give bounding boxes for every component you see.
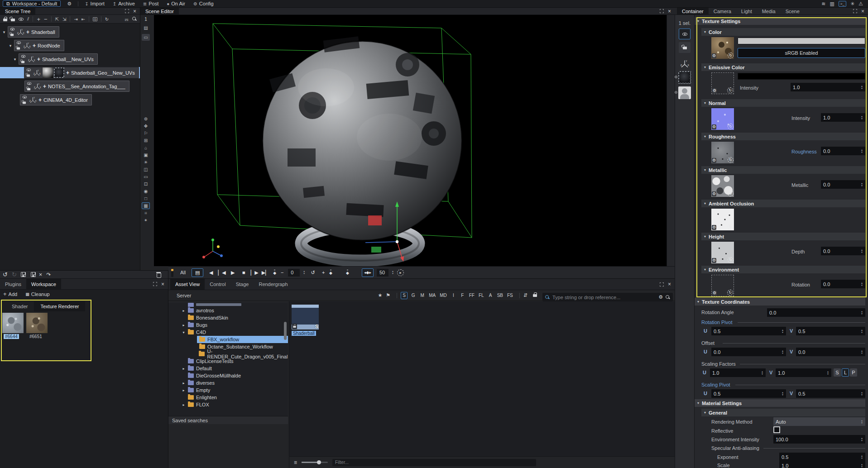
- section-normal[interactable]: ▾Normal: [701, 99, 865, 107]
- gear-icon[interactable]: ⚙: [712, 225, 716, 230]
- exponent-input[interactable]: 0.5: [779, 453, 865, 461]
- reload-icon[interactable]: ↻: [728, 157, 734, 163]
- move-out-icon[interactable]: ⇤: [82, 17, 85, 22]
- folder-arrow-icon[interactable]: ▸: [182, 403, 186, 407]
- asset-search-input[interactable]: [552, 295, 656, 300]
- reload-icon[interactable]: ↻: [728, 257, 734, 263]
- metallic-input[interactable]: 0.0: [821, 180, 865, 189]
- node-visibility-icon[interactable]: [27, 69, 31, 72]
- env-rotation-input[interactable]: 0.0: [821, 280, 865, 288]
- section-color[interactable]: ▾Color: [701, 28, 865, 36]
- tab-scene-tree[interactable]: Scene Tree: [0, 8, 35, 14]
- scale-mode-s-button[interactable]: S: [834, 368, 841, 377]
- folder-arrow-icon[interactable]: ▸: [182, 323, 186, 327]
- tree-node-notes[interactable]: ▾ Y Z X: [0, 81, 140, 92]
- saved-searches-header[interactable]: Saved searches: [168, 416, 288, 424]
- folder-row-clipped[interactable]: [168, 303, 288, 307]
- unlock-icon[interactable]: [11, 19, 15, 21]
- filter-type-button[interactable]: F: [459, 292, 466, 299]
- frame-tool-icon[interactable]: ⊡: [142, 181, 150, 187]
- texture-thumb-6644[interactable]: [2, 313, 24, 333]
- loop-range-icon[interactable]: ▸: [397, 269, 404, 276]
- menu-on-air[interactable]: ● On Air: [167, 1, 185, 6]
- rotation-pivot-u-input[interactable]: 0.5: [711, 327, 786, 335]
- box-tool-icon[interactable]: ◫: [142, 166, 150, 173]
- keyframe-icon[interactable]: ◆: [346, 270, 349, 275]
- folder-arrow-icon[interactable]: ▸: [182, 309, 186, 313]
- redo-icon[interactable]: ↻: [12, 271, 17, 278]
- tab-scene-editor[interactable]: Scene Editor: [140, 8, 179, 14]
- tab-workspace[interactable]: Workspace: [26, 279, 61, 289]
- rotation-pivot-v-input[interactable]: 0.5: [796, 327, 865, 335]
- close-panel-icon[interactable]: ×: [133, 8, 136, 14]
- speed-spinner[interactable]: [392, 270, 394, 275]
- filter-type-button[interactable]: FL: [478, 292, 485, 299]
- reflective-checkbox[interactable]: [773, 426, 780, 433]
- node-visibility-icon[interactable]: [17, 42, 21, 44]
- offset-u-input[interactable]: 0.0: [711, 348, 786, 356]
- grid-add-tool-icon[interactable]: ⊞: [142, 137, 150, 144]
- thumbnail-size-slider[interactable]: [302, 462, 328, 463]
- reload-icon[interactable]: ↻: [728, 191, 734, 196]
- scale-mode-p-button[interactable]: P: [850, 368, 857, 377]
- folder-arrow-icon[interactable]: ▸: [182, 367, 186, 371]
- frame-increment-button[interactable]: +: [321, 268, 326, 277]
- menu-archive[interactable]: ↥ Archive: [113, 1, 135, 6]
- filter-type-button[interactable]: G: [410, 292, 417, 299]
- menu-config[interactable]: ⚙ Config: [193, 1, 214, 6]
- folder-row[interactable]: Enlighten: [168, 394, 288, 401]
- section-material-settings[interactable]: ▾Material Settings: [695, 399, 865, 407]
- add-node-icon[interactable]: +: [37, 16, 40, 23]
- tab-scene[interactable]: Scene: [781, 8, 805, 14]
- license-lock-icon[interactable]: [533, 294, 537, 297]
- node-expand-plus-icon[interactable]: +: [26, 29, 29, 35]
- asset-filter-input[interactable]: [335, 460, 533, 465]
- workspace-button[interactable]: ⧉ Workspace - Default: [3, 0, 61, 7]
- srgb-enabled-button[interactable]: sRGB Enabled: [738, 48, 865, 58]
- gear-icon[interactable]: ⚙: [712, 88, 717, 93]
- play-reverse-button[interactable]: ◀: [206, 268, 216, 277]
- viewport-side-gutter[interactable]: [667, 15, 675, 266]
- close-panel-icon[interactable]: ×: [861, 8, 864, 14]
- scaling-pivot-v-input[interactable]: 0.5: [796, 389, 865, 398]
- save-icon[interactable]: [21, 272, 26, 277]
- environment-intensity-input[interactable]: 100.0: [773, 435, 865, 444]
- tab-asset-view[interactable]: Asset View: [170, 279, 205, 290]
- section-environment[interactable]: ▾Environment: [701, 266, 865, 273]
- normal-intensity-input[interactable]: 1.0: [821, 113, 865, 122]
- gear-icon[interactable]: ⚙: [712, 158, 716, 163]
- menu-import[interactable]: ↧ Import: [85, 1, 105, 6]
- node-visibility-icon[interactable]: [27, 82, 31, 85]
- asset-item-shaderball[interactable]: S Shaderball: [292, 305, 319, 336]
- color-texture-thumbnail[interactable]: ⚙↻: [711, 37, 734, 59]
- tree-node-shaderball-new-uvs[interactable]: ▾ Y Z X: [0, 53, 140, 65]
- chevron-down-icon[interactable]: ▾: [13, 57, 17, 62]
- bookmark-icon[interactable]: ⚑: [386, 292, 390, 298]
- frame-spinner[interactable]: [303, 270, 305, 275]
- menu-post[interactable]: ≣ Post: [143, 1, 158, 6]
- filter-type-button[interactable]: MA: [428, 292, 436, 299]
- reload-icon[interactable]: ↻: [727, 87, 733, 93]
- expand-tree-icon[interactable]: ⇱: [55, 17, 59, 22]
- tree-scrollbar[interactable]: [284, 322, 287, 340]
- frame-input[interactable]: 0: [288, 269, 300, 277]
- star-tool-icon[interactable]: ✴: [142, 217, 150, 224]
- gear-icon[interactable]: ⚙: [712, 191, 716, 196]
- tab-light[interactable]: Light: [736, 8, 757, 14]
- add-button[interactable]: +Add: [3, 291, 17, 297]
- scaling-u-input[interactable]: 1.0: [710, 368, 766, 377]
- rect-tool-icon[interactable]: □: [142, 195, 150, 202]
- collapse-tree-icon[interactable]: ⇲: [62, 17, 66, 22]
- texture-thumb-6651[interactable]: [26, 313, 48, 333]
- gear-icon[interactable]: ⚙: [67, 1, 72, 7]
- tab-control[interactable]: Control: [205, 279, 230, 290]
- gear-icon[interactable]: ⚙: [712, 291, 717, 296]
- tree-node-cinema4d-editor[interactable]: ▾ Y Z X: [0, 94, 140, 105]
- node-visibility-icon[interactable]: [10, 28, 14, 31]
- folder-row[interactable]: ▸ diverses: [168, 379, 288, 387]
- keyframe-next-icon[interactable]: ◆: [329, 270, 332, 275]
- emissive-texture-slot[interactable]: ⚙↻: [711, 72, 734, 94]
- render-capture-button[interactable]: ▤: [192, 268, 203, 277]
- folder-arrow-icon[interactable]: ▸: [182, 381, 186, 385]
- folder-row-fbx-workflow[interactable]: FBX_workflow: [197, 336, 288, 343]
